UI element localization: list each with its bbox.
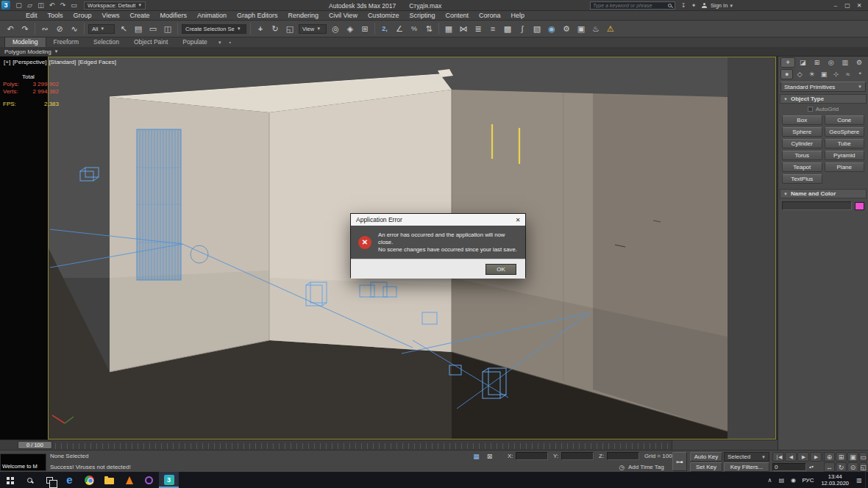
category-lights-icon[interactable]: ☀ [806,69,817,79]
set-key-big-button[interactable]: ⊶ [672,452,687,471]
ribbon-pin-icon[interactable]: ▪ [225,37,235,47]
community-icon[interactable]: ✦ [689,1,699,10]
warning-icon[interactable]: ⚠ [603,22,618,36]
name-color-rollout[interactable]: ▼ Name and Color [780,189,867,198]
show-desktop-button[interactable] [865,472,868,488]
autogrid-label[interactable]: AutoGrid [816,106,839,112]
pyramid-button[interactable]: Pyramid [825,151,865,160]
task-view-button[interactable] [40,472,60,488]
menu-tools[interactable]: Tools [43,11,68,21]
ribbon-panel-title[interactable]: Polygon Modeling [4,49,51,55]
tab-populate[interactable]: Populate [175,37,215,47]
teapot-button[interactable]: Teapot [782,162,822,172]
primitives-dropdown[interactable]: Standard Primitives ▼ [780,82,866,92]
menu-customize[interactable]: Customize [363,11,405,21]
set-key-button[interactable]: Set Key [690,462,722,472]
chrome-app-button[interactable] [79,472,99,488]
tab-object-paint[interactable]: Object Paint [127,37,175,47]
menu-group[interactable]: Group [68,11,97,21]
workspace-dropdown[interactable]: Workspace: Default ▼ [84,1,146,10]
snaps-toggle-icon[interactable]: 2, [377,22,392,36]
download-icon[interactable]: ↧ [678,1,689,10]
open-file-icon[interactable]: ▱ [24,1,35,10]
x-coordinate-field[interactable] [516,452,548,460]
file-explorer-button[interactable] [99,472,119,488]
window-crossing-icon[interactable]: ◫ [160,22,175,36]
taskbar-search-button[interactable] [20,472,40,488]
cone-button[interactable]: Cone [825,115,865,125]
category-helpers-icon[interactable]: ⊹ [830,69,842,79]
dialog-titlebar[interactable]: Application Error ✕ [351,214,525,226]
render-production-icon[interactable]: ♨ [588,22,603,36]
next-frame-icon[interactable]: ▶ [810,452,822,462]
auto-key-button[interactable]: Auto Key [690,452,722,462]
viewport-general-menu[interactable]: [+] [4,59,10,65]
help-search[interactable] [590,1,675,10]
tray-app-icon[interactable]: ▤ [775,472,787,488]
close-icon[interactable]: ✕ [853,1,865,10]
mirror-icon[interactable]: ⋈ [456,22,471,36]
tab-display[interactable]: ▥ [839,57,852,68]
field-of-view-icon[interactable]: ⊙ [847,462,858,472]
3dsmax-taskbar-button[interactable]: 3 [159,472,179,488]
viewport-style-menu[interactable]: [Standard] [49,59,76,65]
bind-to-spacewarp-icon[interactable]: ∿ [67,22,82,36]
layer-manager-icon[interactable]: ≡ [485,22,500,36]
media-app-button[interactable] [119,472,139,488]
render-setup-icon[interactable]: ⚙ [559,22,574,36]
start-button[interactable] [0,472,20,488]
spinner-snap-icon[interactable]: ⇅ [421,22,436,36]
notification-center-icon[interactable]: ▥ [853,472,865,488]
edit-named-selections-icon[interactable]: ▦ [441,22,456,36]
zoom-region-icon[interactable]: ▭ [859,452,867,462]
category-cameras-icon[interactable]: ▣ [818,69,829,79]
object-type-rollout[interactable]: ▼ Object Type [780,94,867,104]
redo-icon[interactable]: ↷ [18,22,32,36]
selection-lock-icon[interactable]: ⊠ [484,451,495,461]
category-geometry-icon[interactable]: ● [780,69,793,79]
save-file-icon[interactable]: ◫ [35,1,46,10]
reference-coordsys-dropdown[interactable]: View ▼ [299,24,327,34]
select-by-name-icon[interactable]: ▤ [131,22,146,36]
select-and-link-icon[interactable]: ∾ [38,22,52,36]
select-and-scale-icon[interactable]: ◱ [282,22,297,36]
select-and-rotate-icon[interactable]: ↻ [268,22,282,36]
maximize-viewport-icon[interactable]: ◱ [859,462,867,472]
selected-dropdown[interactable]: Selected ▼ [724,452,769,462]
search-icon[interactable] [668,4,672,7]
plane-button[interactable]: Plane [825,162,865,172]
tab-modify[interactable]: ◪ [796,57,809,68]
menu-civil-view[interactable]: Civil View [324,11,363,21]
object-name-field[interactable] [782,201,852,210]
pan-icon[interactable]: ↔ [824,462,835,472]
clock[interactable]: 13:44 12.03.2020 [817,473,853,487]
category-spacewarps-icon[interactable]: ≈ [842,69,853,79]
select-and-manipulate-icon[interactable]: ◈ [343,22,357,36]
frame-spinner[interactable]: ▴▾ [808,462,815,472]
sphere-button[interactable]: Sphere [782,127,822,137]
ribbon-toggle-icon[interactable]: ▩ [500,22,515,36]
menu-content[interactable]: Content [440,11,474,21]
key-filters-button[interactable]: Key Filters... [724,462,769,472]
align-icon[interactable]: ≣ [471,22,485,36]
menu-corona[interactable]: Corona [474,11,506,21]
category-systems-icon[interactable]: * [855,69,866,79]
unlink-selection-icon[interactable]: ⊘ [52,22,67,36]
menu-modifiers[interactable]: Modifiers [154,11,192,21]
menu-views[interactable]: Views [97,11,125,21]
search-input[interactable] [591,3,668,8]
menu-create[interactable]: Create [124,11,154,21]
tab-freeform[interactable]: Freeform [46,37,86,47]
zoom-all-icon[interactable]: ⊞ [836,452,847,462]
orbit-icon[interactable]: ↻ [836,462,847,472]
autogrid-checkbox[interactable] [808,107,813,112]
tray-status-icon[interactable]: ◉ [787,472,799,488]
zoom-icon[interactable]: ⊕ [824,452,835,462]
tab-utilities[interactable]: ⚙ [853,57,866,68]
tray-expand-icon[interactable]: ∧ [764,472,775,488]
go-to-start-icon[interactable]: ❘◀ [772,452,784,462]
play-animation-icon[interactable]: ▶ [797,452,809,462]
textplus-button[interactable]: TextPlus [782,174,822,184]
tab-create[interactable]: + [780,57,795,68]
redo-icon[interactable]: ↷ [57,1,68,10]
